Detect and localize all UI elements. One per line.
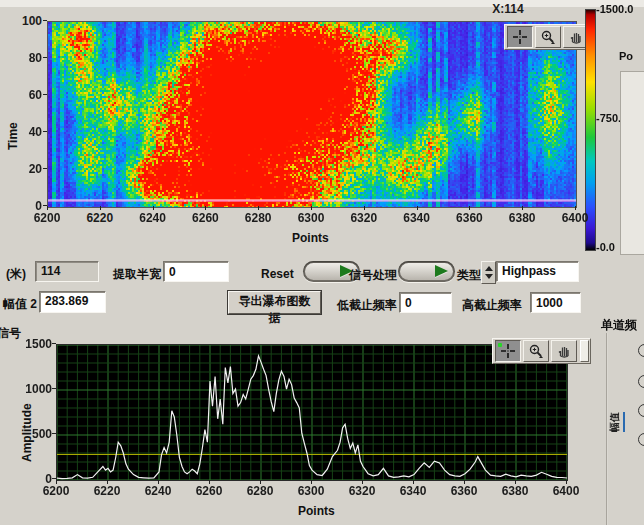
waterfall-x-tick-label: 6380 (506, 211, 538, 225)
tick-mark (258, 206, 259, 210)
tick-mark (100, 206, 101, 210)
magnifier-icon (528, 343, 544, 359)
amplitude2-label: 幅值 2 (3, 296, 37, 313)
cursor-tool-button[interactable] (507, 26, 533, 48)
instrument-panel: Time X:114 Points -150 (0, 0, 644, 525)
tick-mark (575, 206, 576, 210)
meter-label: (米) (6, 266, 26, 283)
hand-icon (556, 343, 572, 359)
signal-x-axis-label: Points (298, 504, 335, 518)
waterfall-plot[interactable] (48, 22, 576, 207)
tick-mark (413, 480, 414, 484)
tick-mark (205, 206, 206, 210)
signal-y-tick-label: 1500 (14, 337, 52, 351)
tick-mark (464, 480, 465, 484)
tick-mark (260, 480, 261, 484)
palette-separator (580, 340, 589, 362)
zoom-tool-button[interactable] (523, 340, 549, 362)
tick-mark (52, 478, 56, 479)
tick-mark (311, 480, 312, 484)
tick-mark (515, 480, 516, 484)
tick-mark (43, 131, 47, 132)
signal-processing-switch-arrow-icon (435, 265, 448, 277)
tick-mark (52, 343, 56, 344)
tick-mark (43, 94, 47, 95)
clipped-right-control (638, 404, 644, 417)
filter-type-combobox[interactable]: Highpass (496, 261, 579, 282)
tick-mark (209, 480, 210, 484)
half-width-label: 提取半宽 (113, 266, 161, 283)
zoom-tool-button[interactable] (535, 26, 561, 48)
waterfall-x-tick-label: 6280 (242, 211, 274, 225)
tick-mark (47, 206, 48, 210)
high-cutoff-input[interactable] (530, 292, 581, 313)
half-width-input[interactable] (163, 261, 229, 282)
signal-x-tick-label: 6340 (397, 484, 429, 498)
type-label: 类型 (457, 267, 481, 284)
tick-mark (311, 206, 312, 210)
low-cutoff-input[interactable] (399, 292, 452, 313)
hand-icon (568, 29, 584, 45)
tick-mark (364, 206, 365, 210)
waterfall-y-tick-label: 60 (10, 88, 42, 102)
tick-mark (56, 480, 57, 484)
tick-mark (43, 168, 47, 169)
clipped-right-control (638, 375, 644, 388)
waterfall-x-tick-label: 6400 (559, 211, 591, 225)
clipped-right-title: Po (619, 50, 633, 62)
waterfall-x-tick-label: 6340 (401, 211, 433, 225)
signal-x-tick-label: 6260 (193, 484, 225, 498)
waterfall-x-tick-label: 6240 (137, 211, 169, 225)
cursor-tool-button[interactable] (495, 340, 521, 362)
tick-mark (52, 433, 56, 434)
cursor-led-icon (498, 343, 502, 347)
top-strip (0, 0, 644, 7)
signal-plot[interactable] (57, 345, 567, 480)
signal-x-tick-label: 6400 (550, 484, 582, 498)
tick-mark (417, 206, 418, 210)
waterfall-x-tick-label: 6260 (189, 211, 221, 225)
tick-mark (43, 20, 47, 21)
tick-mark (153, 206, 154, 210)
tick-mark (362, 480, 363, 484)
signal-processing-label: 信号处理 (349, 267, 397, 284)
tick-mark (158, 480, 159, 484)
tick-mark (469, 206, 470, 210)
clipped-right-control (638, 344, 644, 357)
crosshair-icon (500, 343, 516, 359)
reset-label: Reset (261, 267, 294, 281)
pan-tool-button[interactable] (551, 340, 577, 362)
low-cutoff-label: 低截止频率 (337, 297, 397, 314)
waterfall-y-tick-label: 100 (10, 14, 42, 28)
signal-x-tick-label: 6300 (295, 484, 327, 498)
waterfall-x-tick-label: 6220 (84, 211, 116, 225)
clipped-right-control (638, 433, 644, 446)
tick-mark (43, 57, 47, 58)
signal-x-tick-label: 6220 (91, 484, 123, 498)
tick-mark (52, 388, 56, 389)
signal-x-tick-label: 6380 (499, 484, 531, 498)
tick-mark (566, 480, 567, 484)
spinner-down-icon (485, 274, 493, 279)
signal-x-tick-label: 6280 (244, 484, 276, 498)
tick-mark (522, 206, 523, 210)
type-spinner[interactable] (481, 261, 496, 284)
waterfall-x-tick-label: 6300 (295, 211, 327, 225)
amplitude2-value-indicator: 283.869 (39, 291, 106, 313)
meter-value-indicator: 114 (35, 261, 99, 282)
signal-x-tick-label: 6200 (40, 484, 72, 498)
cursor-x-readout: X:114 (478, 2, 538, 16)
waterfall-x-tick-label: 6360 (453, 211, 485, 225)
signal-x-tick-label: 6240 (142, 484, 174, 498)
color-scale-min-label: -0.0 (596, 241, 615, 253)
signal-plot-frame (56, 344, 568, 481)
export-waterfall-data-button[interactable]: 导出瀑布图数据 (228, 291, 321, 314)
right-edge-slider[interactable] (620, 71, 644, 255)
signal-y-tick-label: 1000 (14, 382, 52, 396)
color-scale-max-label: -1500.0 (596, 3, 633, 15)
clipped-single-channel-label: 单道频 (601, 317, 637, 334)
signal-graph-palette (492, 338, 591, 364)
waterfall-plot-frame (47, 21, 577, 208)
high-cutoff-label: 高截止频率 (462, 297, 522, 314)
signal-processing-switch[interactable] (398, 261, 455, 282)
